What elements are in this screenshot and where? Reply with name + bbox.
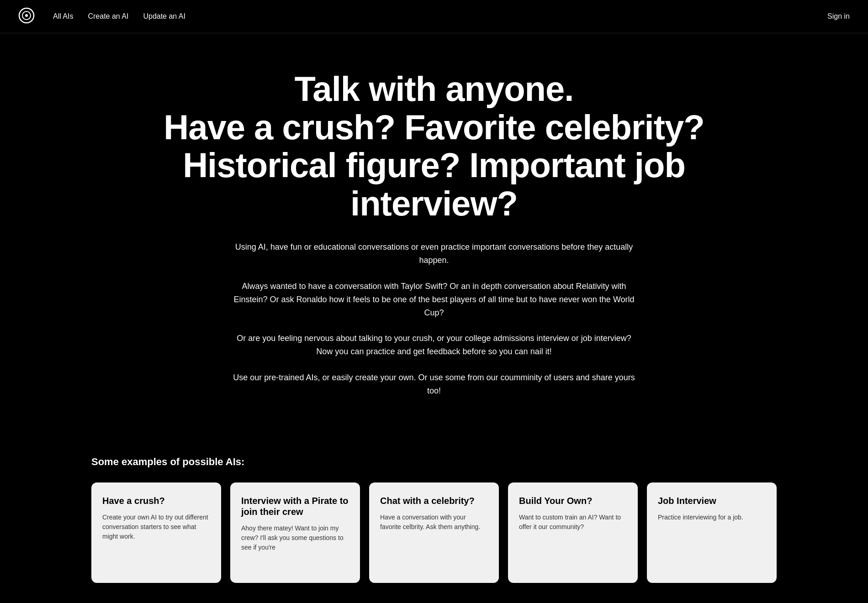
hero-para-4: Use our pre-trained AIs, or easily creat… — [228, 371, 640, 398]
card-chat-celebrity[interactable]: Chat with a celebrity? Have a conversati… — [369, 482, 499, 583]
nav-update-ai[interactable]: Update an AI — [143, 12, 185, 21]
card-title-1: Have a crush? — [102, 495, 210, 506]
card-desc-1: Create your own AI to try out different … — [102, 513, 210, 541]
navbar: All AIs Create an AI Update an AI Sign i… — [0, 0, 868, 33]
cards-row: Have a crush? Create your own AI to try … — [91, 482, 777, 583]
examples-title: Some examples of possible AIs: — [91, 456, 777, 468]
examples-section: Some examples of possible AIs: Have a cr… — [0, 438, 868, 583]
card-job-interview[interactable]: Job Interview Practice interviewing for … — [647, 482, 777, 583]
nav-all-ais[interactable]: All AIs — [53, 12, 73, 21]
nav-create-ai[interactable]: Create an AI — [88, 12, 128, 21]
card-title-4: Build Your Own? — [519, 495, 627, 506]
card-title-2: Interview with a Pirate to join their cr… — [241, 495, 349, 517]
card-pirate-interview[interactable]: Interview with a Pirate to join their cr… — [230, 482, 360, 583]
hero-section: Talk with anyone.Have a crush? Favorite … — [0, 33, 868, 438]
hero-para-3: Or are you feeling nervous about talking… — [228, 332, 640, 358]
logo[interactable] — [18, 7, 53, 26]
nav-links: All AIs Create an AI Update an AI — [53, 12, 827, 21]
card-build-your-own[interactable]: Build Your Own? Want to custom train an … — [508, 482, 638, 583]
hero-title: Talk with anyone.Have a crush? Favorite … — [91, 70, 777, 222]
signin-button[interactable]: Sign in — [827, 12, 850, 21]
card-desc-2: Ahoy there matey! Want to join my crew? … — [241, 524, 349, 552]
card-title-3: Chat with a celebrity? — [380, 495, 488, 506]
svg-point-2 — [25, 14, 28, 17]
card-desc-5: Practice interviewing for a job. — [658, 513, 766, 522]
card-desc-4: Want to custom train an AI? Want to offe… — [519, 513, 627, 532]
card-title-5: Job Interview — [658, 495, 766, 506]
card-have-a-crush[interactable]: Have a crush? Create your own AI to try … — [91, 482, 221, 583]
card-desc-3: Have a conversation with your favorite c… — [380, 513, 488, 532]
hero-para-2: Always wanted to have a conversation wit… — [228, 280, 640, 319]
hero-para-1: Using AI, have fun or educational conver… — [228, 241, 640, 267]
